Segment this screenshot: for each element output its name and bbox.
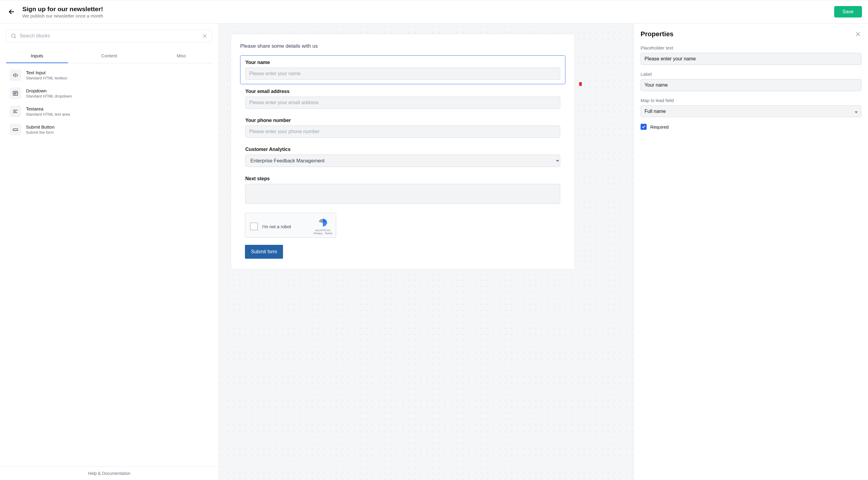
form-card: Please share some details with us Your n… <box>231 34 575 269</box>
block-title: Text Input <box>26 70 67 75</box>
next-steps-textarea[interactable] <box>245 184 560 204</box>
recaptcha-icon <box>318 218 328 228</box>
field-your-phone[interactable]: Your phone number <box>240 113 565 142</box>
block-dropdown[interactable]: Dropdown Standard HTML dropdown <box>10 88 209 99</box>
search-icon <box>10 33 17 39</box>
field-label: Next steps <box>245 176 560 182</box>
block-desc: Standard HTML textbox <box>26 76 67 80</box>
email-input[interactable] <box>245 97 560 109</box>
sidebar-tabs: Inputs Content Misc <box>6 50 212 63</box>
tab-inputs[interactable]: Inputs <box>6 50 68 63</box>
help-link[interactable]: Help & Documentation <box>0 467 218 480</box>
analytics-select[interactable]: Enterprise Feedback Management <box>245 155 560 167</box>
block-desc: Submit the form <box>26 130 54 135</box>
label-input[interactable] <box>641 79 861 91</box>
lines-icon <box>10 106 21 117</box>
svg-rect-13 <box>13 129 18 131</box>
block-title: Submit Button <box>26 124 54 129</box>
form-canvas[interactable]: Please share some details with us Your n… <box>219 24 633 480</box>
list-icon <box>10 88 21 99</box>
blocks-sidebar: Inputs Content Misc Text Input Standard … <box>0 24 219 480</box>
block-desc: Standard HTML text area <box>26 112 70 117</box>
svg-line-2 <box>15 37 16 38</box>
block-textarea[interactable]: Textarea Standard HTML text area <box>10 106 209 117</box>
recaptcha-checkbox[interactable] <box>250 223 258 230</box>
field-your-email[interactable]: Your email address <box>240 84 565 113</box>
recaptcha-brand: reCAPTCHA <box>313 229 332 232</box>
page-subtitle: We publish our newsletter once a month <box>22 13 103 19</box>
search-blocks[interactable] <box>6 30 212 42</box>
required-checkbox[interactable]: Required <box>641 124 861 130</box>
field-label: Your email address <box>245 89 560 94</box>
name-input[interactable] <box>245 68 560 80</box>
field-label: Your name <box>245 60 560 65</box>
field-customer-analytics[interactable]: Customer Analytics Enterprise Feedback M… <box>240 142 565 171</box>
search-input[interactable] <box>20 33 202 39</box>
back-button[interactable] <box>6 6 17 17</box>
map-to-field-select[interactable]: Full name <box>641 105 861 117</box>
page-title: Sign up for our newsletter! <box>22 5 103 13</box>
block-title: Textarea <box>26 106 70 111</box>
header: Sign up for our newsletter! We publish o… <box>0 0 868 24</box>
trash-icon <box>578 81 583 87</box>
svg-point-1 <box>11 34 15 38</box>
clear-search-icon[interactable] <box>202 33 208 39</box>
code-icon <box>10 69 21 81</box>
properties-panel: Properties Placeholder text Label Map to… <box>633 24 868 480</box>
placeholder-label: Placeholder text <box>641 45 861 51</box>
placeholder-input[interactable] <box>641 53 861 65</box>
tab-content[interactable]: Content <box>68 50 150 63</box>
field-next-steps[interactable]: Next steps <box>240 171 565 209</box>
phone-input[interactable] <box>245 126 560 138</box>
field-label: Customer Analytics <box>245 147 560 152</box>
close-properties-icon[interactable] <box>855 31 861 37</box>
label-label: Label <box>641 71 861 77</box>
block-text-input[interactable]: Text Input Standard HTML textbox <box>10 69 209 81</box>
save-button[interactable]: Save <box>834 6 862 18</box>
map-label: Map to lead field <box>641 98 861 103</box>
tab-misc[interactable]: Misc <box>150 50 212 63</box>
block-desc: Standard HTML dropdown <box>26 94 72 98</box>
recaptcha-legal[interactable]: Privacy - Terms <box>313 232 332 235</box>
checkbox-checked-icon <box>641 124 647 130</box>
delete-field-button[interactable] <box>577 81 584 88</box>
form-heading: Please share some details with us <box>240 43 565 49</box>
field-your-name[interactable]: Your name <box>240 55 565 84</box>
recaptcha[interactable]: I'm not a robot reCAPTCHA Privacy - Term… <box>245 213 336 237</box>
block-title: Dropdown <box>26 88 72 93</box>
block-submit-button[interactable]: Submit Button Submit the form <box>10 124 209 135</box>
field-label: Your phone number <box>245 118 560 123</box>
button-icon <box>10 124 21 135</box>
recaptcha-label: I'm not a robot <box>262 224 309 229</box>
submit-form-button[interactable]: Submit form <box>245 245 283 259</box>
properties-title: Properties <box>641 30 674 38</box>
required-label: Required <box>650 124 669 129</box>
